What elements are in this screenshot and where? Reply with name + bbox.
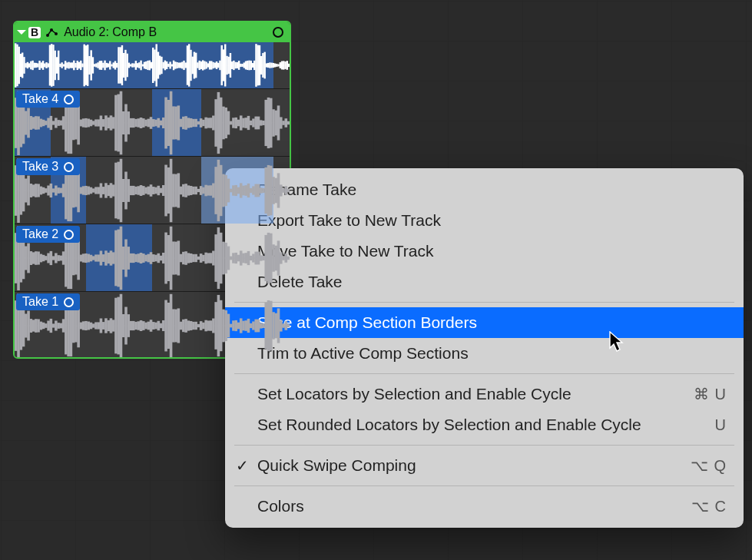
loop-icon[interactable] — [64, 162, 74, 172]
svg-rect-557 — [162, 320, 165, 331]
menu-item[interactable]: Trim to Active Comp Sections — [225, 338, 744, 369]
take-lane[interactable]: Take 4 — [15, 88, 290, 156]
svg-rect-232 — [182, 117, 185, 129]
svg-rect-316 — [114, 163, 118, 219]
svg-rect-320 — [124, 172, 128, 210]
svg-rect-133 — [237, 62, 238, 68]
svg-rect-299 — [72, 174, 75, 208]
disclosure-triangle-icon[interactable] — [17, 30, 26, 35]
svg-rect-451 — [174, 242, 177, 275]
svg-rect-404 — [57, 255, 60, 261]
svg-rect-41 — [78, 62, 80, 69]
svg-rect-78 — [142, 65, 144, 67]
svg-rect-595 — [257, 320, 260, 333]
menu-item[interactable]: Set Locators by Selection and Enable Cyc… — [225, 379, 744, 409]
svg-rect-465 — [210, 253, 213, 263]
svg-rect-353 — [207, 185, 210, 195]
menu-item[interactable]: Move Take to New Track — [225, 236, 744, 267]
svg-rect-182 — [57, 120, 60, 126]
svg-rect-435 — [134, 254, 137, 262]
take-lane-label[interactable]: Take 2 — [16, 226, 80, 243]
svg-rect-106 — [190, 50, 191, 81]
svg-rect-294 — [60, 188, 63, 194]
menu-item[interactable]: ✓Quick Swipe Comping⌥ Q — [225, 450, 744, 481]
svg-rect-163 — [288, 64, 290, 67]
svg-rect-157 — [277, 65, 279, 67]
quick-swipe-icon[interactable] — [45, 27, 59, 38]
svg-rect-43 — [81, 64, 83, 68]
svg-rect-329 — [147, 187, 150, 195]
svg-rect-481 — [250, 256, 253, 260]
svg-rect-270 — [277, 105, 280, 140]
svg-rect-532 — [100, 318, 103, 333]
menu-item-label: Slice at Comp Section Borders — [257, 313, 477, 332]
svg-rect-421 — [100, 250, 103, 265]
menu-item[interactable]: Rename Take — [225, 174, 744, 205]
svg-rect-293 — [57, 187, 60, 194]
menu-item[interactable]: Slice at Comp Section Borders — [225, 307, 744, 338]
svg-rect-242 — [207, 118, 210, 128]
svg-rect-594 — [254, 320, 257, 333]
take-lane-label[interactable]: Take 4 — [16, 91, 80, 108]
loop-icon[interactable] — [64, 297, 74, 307]
loop-icon[interactable] — [64, 230, 74, 240]
svg-rect-149 — [263, 52, 265, 79]
menu-item[interactable]: Export Take to New Track — [225, 205, 744, 236]
menu-item[interactable]: Colors⌥ C — [225, 491, 744, 522]
svg-rect-527 — [87, 322, 90, 330]
svg-rect-200 — [102, 119, 105, 127]
svg-rect-303 — [82, 186, 85, 194]
svg-rect-604 — [280, 320, 283, 331]
comp-badge[interactable]: B — [28, 27, 41, 38]
svg-rect-376 — [264, 167, 267, 214]
svg-rect-431 — [124, 240, 128, 277]
svg-rect-257 — [244, 118, 247, 128]
loop-icon[interactable] — [64, 94, 74, 104]
take-lane[interactable]: Take 1 — [15, 291, 290, 357]
loop-icon[interactable] — [273, 27, 283, 38]
svg-rect-602 — [274, 313, 277, 339]
svg-rect-259 — [250, 121, 253, 125]
svg-rect-132 — [234, 62, 236, 68]
svg-rect-496 — [287, 257, 290, 260]
svg-rect-33 — [65, 61, 66, 69]
svg-rect-281 — [27, 176, 30, 206]
svg-rect-128 — [227, 57, 229, 74]
take-lane[interactable]: Take 2 — [15, 224, 290, 291]
svg-rect-607 — [287, 324, 290, 327]
take-folder[interactable]: B Audio 2: Comp B Take 4Take 3Take 2Take… — [13, 21, 291, 359]
svg-rect-110 — [197, 62, 198, 68]
take-lane[interactable]: Take 3 — [15, 156, 290, 224]
menu-item[interactable]: Delete Take — [225, 267, 744, 297]
svg-rect-197 — [94, 119, 98, 126]
take-lane-label[interactable]: Take 3 — [16, 158, 80, 175]
svg-rect-362 — [230, 189, 233, 193]
svg-rect-273 — [284, 118, 287, 128]
svg-rect-429 — [120, 227, 123, 290]
svg-rect-562 — [174, 310, 177, 343]
svg-rect-135 — [240, 64, 241, 67]
svg-rect-590 — [244, 320, 247, 331]
svg-rect-44 — [84, 45, 85, 87]
svg-rect-596 — [260, 323, 263, 328]
svg-rect-457 — [190, 253, 193, 263]
svg-rect-314 — [110, 183, 113, 197]
svg-rect-352 — [204, 185, 207, 197]
svg-rect-454 — [182, 252, 185, 264]
svg-rect-603 — [277, 308, 280, 343]
svg-rect-349 — [197, 189, 200, 192]
comp-lane[interactable] — [15, 42, 290, 88]
take-folder-header[interactable]: B Audio 2: Comp B — [15, 22, 290, 42]
menu-item[interactable]: Set Rounded Locators by Selection and En… — [225, 409, 744, 440]
svg-rect-345 — [187, 185, 190, 195]
svg-rect-536 — [110, 318, 113, 333]
svg-rect-124 — [221, 45, 223, 85]
svg-rect-440 — [147, 254, 150, 263]
svg-rect-310 — [100, 183, 103, 197]
svg-rect-99 — [178, 63, 180, 68]
take-lane-label[interactable]: Take 1 — [16, 293, 80, 310]
svg-rect-433 — [130, 253, 133, 263]
svg-rect-184 — [62, 116, 65, 129]
svg-rect-517 — [62, 319, 65, 332]
svg-rect-212 — [132, 118, 135, 128]
